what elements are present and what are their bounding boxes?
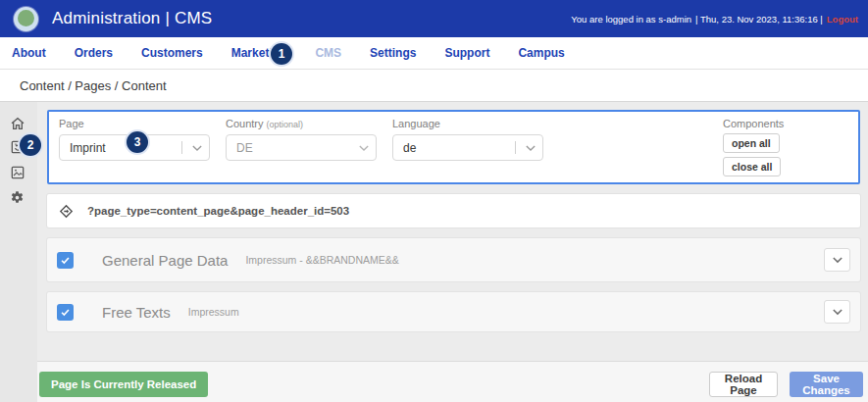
- page-url-row: ?page_type=content_page&page_header_id=5…: [47, 194, 860, 227]
- page-label: Page: [59, 118, 210, 129]
- section-subtitle: Impressum - &&BRANDNAME&&: [245, 254, 398, 266]
- language-label: Language: [392, 118, 543, 129]
- app-title: Administration | CMS: [52, 9, 212, 28]
- chevron-down-icon: [359, 144, 369, 152]
- nav-item-support[interactable]: Support: [444, 46, 489, 60]
- language-filter-group: Language de: [392, 118, 543, 161]
- main-nav: About Orders Customers Marketing CMS Set…: [0, 37, 868, 70]
- nav-item-about[interactable]: About: [12, 46, 46, 60]
- components-label: Components: [723, 118, 784, 129]
- nav-item-cms[interactable]: CMS: [315, 46, 341, 60]
- session-info: You are logged in as s-admin | Thu, 23. …: [571, 14, 858, 25]
- general-page-data-checkbox[interactable]: [57, 252, 74, 269]
- page-filter-panel: Page Imprint Country (optional) DE: [47, 110, 860, 184]
- annotation-step-2: 2: [20, 134, 41, 156]
- country-optional-label: (optional): [267, 120, 304, 129]
- directions-icon: [59, 204, 74, 219]
- language-select[interactable]: de: [392, 134, 543, 161]
- nav-item-orders[interactable]: Orders: [75, 46, 113, 60]
- country-label: Country: [226, 118, 264, 129]
- components-group: Components open all close all: [723, 118, 784, 176]
- breadcrumb: Content / Pages / Content: [20, 78, 167, 93]
- expand-section-button[interactable]: [824, 248, 850, 272]
- open-all-button[interactable]: open all: [723, 133, 780, 153]
- app-logo: [14, 7, 38, 31]
- home-icon[interactable]: [10, 116, 26, 131]
- chevron-down-icon: [526, 144, 536, 152]
- logged-in-text: You are logged in as s-admin: [571, 14, 691, 25]
- nav-item-campus[interactable]: Campus: [518, 46, 564, 60]
- expand-section-button[interactable]: [824, 300, 850, 324]
- annotation-step-3: 3: [127, 131, 148, 153]
- logout-link[interactable]: Logout: [827, 14, 858, 25]
- select-divider: [515, 141, 516, 154]
- section-subtitle: Impressum: [188, 306, 239, 318]
- close-all-button[interactable]: close all: [723, 157, 781, 176]
- page-query-string: ?page_type=content_page&page_header_id=5…: [87, 205, 349, 217]
- section-title: Free Texts: [102, 304, 171, 321]
- nav-item-customers[interactable]: Customers: [141, 46, 203, 60]
- country-filter-group: Country (optional) DE: [226, 118, 377, 161]
- select-divider: [181, 141, 182, 154]
- section-free-texts: Free Texts Impressum: [47, 292, 860, 331]
- save-changes-button[interactable]: Save Changes: [790, 372, 863, 397]
- section-title: General Page Data: [102, 252, 228, 269]
- datetime-text: | Thu, 23. Nov 2023, 11:36:16 |: [695, 14, 823, 25]
- gear-icon[interactable]: [10, 190, 26, 206]
- annotation-step-1: 1: [271, 43, 292, 65]
- footer-action-bar: Page Is Currently Released Reload Page S…: [37, 361, 868, 402]
- country-select-value: DE: [236, 141, 253, 155]
- breadcrumb-bar: Content / Pages / Content: [0, 70, 868, 102]
- section-general-page-data: General Page Data Impressum - &&BRANDNAM…: [47, 238, 860, 281]
- chevron-down-icon: [192, 144, 202, 152]
- free-texts-checkbox[interactable]: [57, 304, 74, 321]
- top-bar: Administration | CMS You are logged in a…: [0, 0, 868, 37]
- page-select-value: Imprint: [70, 141, 106, 155]
- release-status-button[interactable]: Page Is Currently Released: [39, 372, 208, 397]
- language-select-value: de: [403, 141, 416, 155]
- reload-page-button[interactable]: Reload Page: [709, 372, 778, 397]
- image-pages-icon[interactable]: [10, 165, 26, 180]
- nav-item-settings[interactable]: Settings: [370, 46, 416, 60]
- country-select[interactable]: DE: [226, 134, 377, 161]
